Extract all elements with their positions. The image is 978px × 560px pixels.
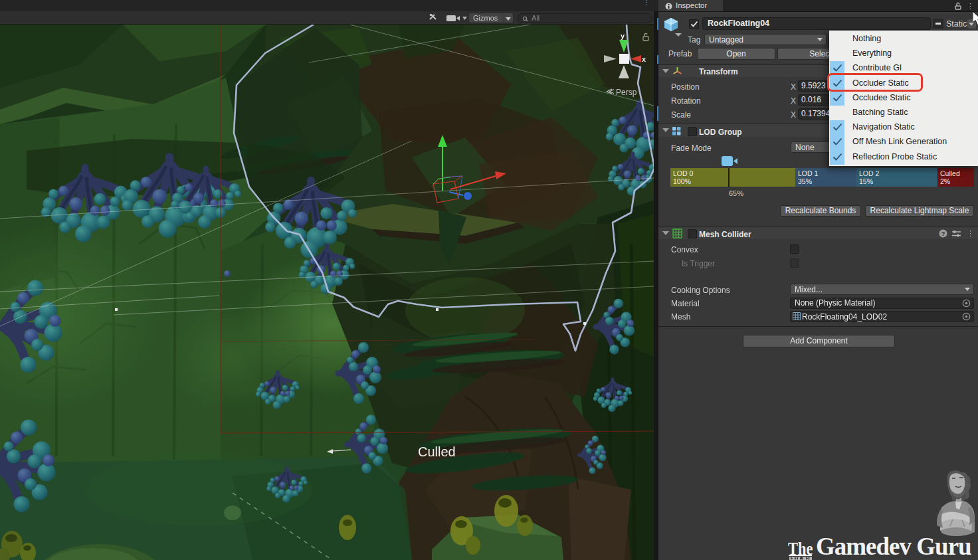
svg-text:y: y [621, 32, 625, 40]
svg-text:Culled: Culled [418, 444, 456, 459]
svg-text:x: x [642, 55, 646, 63]
svg-text:Persp: Persp [616, 88, 637, 97]
svg-text:?: ? [941, 231, 945, 237]
